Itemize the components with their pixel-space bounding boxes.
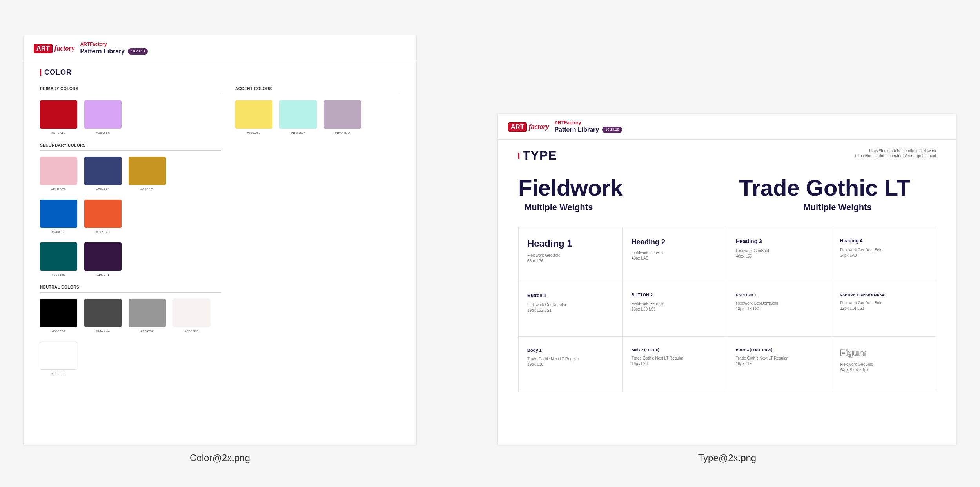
color-swatch: #4A4A4A: [84, 299, 122, 334]
color-chip: [84, 100, 122, 129]
type-specimen-cell: Figure Fieldwork GeoBold64px Stroke 1px: [831, 337, 936, 392]
color-swatch: #EF582C: [84, 200, 122, 235]
specimen-title: CAPTION 2 (SHARE LINKS): [840, 293, 927, 296]
specimen-meta: Fieldwork GeoDemiBold34px LA0: [840, 247, 927, 258]
color-swatch: #C79521: [129, 157, 166, 193]
color-swatch: #045EBF: [40, 200, 77, 235]
type-specimen-cell: CAPTION 1 Fieldwork GeoDemiBold13px L18 …: [727, 282, 831, 337]
color-swatch: #341541: [84, 242, 122, 278]
hex-label: #B6F2E7: [291, 129, 305, 136]
hex-label: #4A4A4A: [96, 327, 110, 334]
type-specimen-cell: BUTTON 2 Fieldwork GeoBold18px L20 LS1: [623, 282, 727, 337]
color-swatch: #D8A5F5: [84, 100, 122, 136]
color-chip: [84, 299, 122, 327]
logo-script: factory: [528, 123, 549, 131]
type-specimen-cell: BODY 3 (POST TAGS) Trade Gothic Next LT …: [727, 337, 831, 392]
version-pill: 18.29.18: [602, 127, 622, 133]
specimen-title: Figure: [840, 348, 927, 358]
specimen-meta: Fieldwork GeoDemiBold13px L18 LS1: [736, 301, 822, 311]
hex-label: #FFFFFF: [52, 370, 66, 377]
hex-label: #BAA7BD: [335, 129, 350, 136]
header-sup: ARTFactory: [554, 120, 622, 126]
color-chip: [235, 100, 272, 129]
logo-badge: ART: [508, 122, 527, 132]
color-chip: [84, 242, 122, 271]
color-swatch: #F8E367: [235, 100, 272, 136]
color-chip: [40, 242, 77, 271]
accent-bar-icon: [40, 69, 41, 76]
specimen-meta: Fieldwork GeoRegular19px L22 LS1: [527, 302, 614, 313]
hex-label: #D8A5F5: [96, 129, 110, 136]
header-title: Pattern Library: [80, 47, 125, 55]
logo: ART factory: [34, 44, 74, 53]
color-chip: [324, 100, 361, 129]
color-chip: [40, 157, 77, 185]
hex-label: #BF0A1B: [51, 129, 65, 136]
hex-label: #F8E367: [247, 129, 261, 136]
type-specimen-cell: Heading 4 Fieldwork GeoDemiBold34px LA0: [831, 227, 936, 282]
hex-label: #000000: [52, 327, 65, 334]
group-accent: ACCENT COLORS: [235, 87, 400, 94]
type-specimen-cell: CAPTION 2 (SHARE LINKS) Fieldwork GeoDem…: [831, 282, 936, 337]
caption-type: Type@2x.png: [698, 452, 756, 463]
color-chip: [40, 100, 77, 129]
specimen-title: CAPTION 1: [736, 293, 822, 297]
specimen-meta: Trade Gothic Next LT Regular16px L23: [632, 356, 718, 366]
hex-label: #F1BDC8: [51, 185, 66, 193]
specimen-meta: Fieldwork GeoBold18px L20 LS1: [632, 301, 718, 312]
type-specimen-cell: Body 1 Trade Gothic Next LT Regular19px …: [519, 337, 623, 392]
specimen-meta: Fieldwork GeoBold66px L76: [527, 253, 614, 263]
type-specimen-cell: Button 1 Fieldwork GeoRegular19px L22 LS…: [519, 282, 623, 337]
color-swatch: #00585D: [40, 242, 77, 278]
color-chip: [84, 200, 122, 228]
color-swatch: #364275: [84, 157, 122, 193]
header-title: Pattern Library: [554, 126, 599, 134]
specimen-meta: Fieldwork GeoBold48px LA5: [632, 250, 718, 261]
specimen-title: Heading 2: [632, 238, 718, 246]
color-chip: [279, 100, 317, 129]
specimen-meta: Fieldwork GeoDemiBold12px L14 LS1: [840, 300, 927, 311]
section-title-color: COLOR: [40, 68, 400, 76]
type-specimen-grid: Heading 1 Fieldwork GeoBold66px L76 Head…: [518, 227, 936, 392]
hex-label: #EF582C: [96, 228, 110, 235]
header: ART factory ARTFactory Pattern Library 1…: [498, 114, 956, 140]
color-chip: [129, 299, 166, 327]
color-swatch: #B6F2E7: [279, 100, 317, 136]
specimen-meta: Fieldwork GeoBold64px Stroke 1px: [840, 362, 927, 373]
type-specimen-cell: Heading 1 Fieldwork GeoBold66px L76: [519, 227, 623, 282]
version-pill: 18.29.18: [128, 48, 148, 54]
color-swatch: #979797: [129, 299, 166, 334]
font-links: https://fonts.adobe.com/fonts/fieldwork …: [855, 148, 936, 158]
header: ART factory ARTFactory Pattern Library 1…: [24, 35, 416, 61]
hex-label: #C79521: [140, 185, 154, 193]
color-swatch: #BAA7BD: [324, 100, 361, 136]
color-artboard: ART factory ARTFactory Pattern Library 1…: [24, 35, 416, 445]
specimen-meta: Fieldwork GeoBold40px L55: [736, 248, 822, 259]
specimen-title: Body 1: [527, 348, 614, 353]
type-specimen-cell: Heading 2 Fieldwork GeoBold48px LA5: [623, 227, 727, 282]
color-swatch: #FFFFFF: [40, 342, 77, 377]
hex-label: #F8F2F3: [185, 327, 198, 334]
specimen-title: Body 2 (excerpt): [632, 348, 718, 352]
color-swatch: #000000: [40, 299, 77, 334]
section-title-type: TYPE: [518, 148, 557, 163]
color-swatch: #F8F2F3: [173, 299, 210, 334]
header-sup: ARTFactory: [80, 42, 148, 47]
type-artboard: ART factory ARTFactory Pattern Library 1…: [498, 114, 956, 445]
color-chip: [129, 157, 166, 185]
logo-script: factory: [54, 44, 74, 53]
specimen-title: Button 1: [527, 293, 614, 298]
specimen-title: BUTTON 2: [632, 293, 718, 297]
color-chip: [84, 157, 122, 185]
specimen-meta: Trade Gothic Next LT Regular16px L19: [736, 356, 822, 366]
hex-label: #341541: [96, 271, 109, 278]
type-specimen-cell: Heading 3 Fieldwork GeoBold40px L55: [727, 227, 831, 282]
font-sample-fieldwork: Fieldwork Multiple Weights: [518, 174, 715, 213]
hex-label: #045EBF: [52, 228, 65, 235]
specimen-title: BODY 3 (POST TAGS): [736, 348, 822, 352]
specimen-title: Heading 1: [527, 238, 614, 249]
color-swatch: #F1BDC8: [40, 157, 77, 193]
group-neutral: NEUTRAL COLORS: [40, 285, 221, 293]
color-chip: [173, 299, 210, 327]
caption-color: Color@2x.png: [190, 452, 250, 463]
